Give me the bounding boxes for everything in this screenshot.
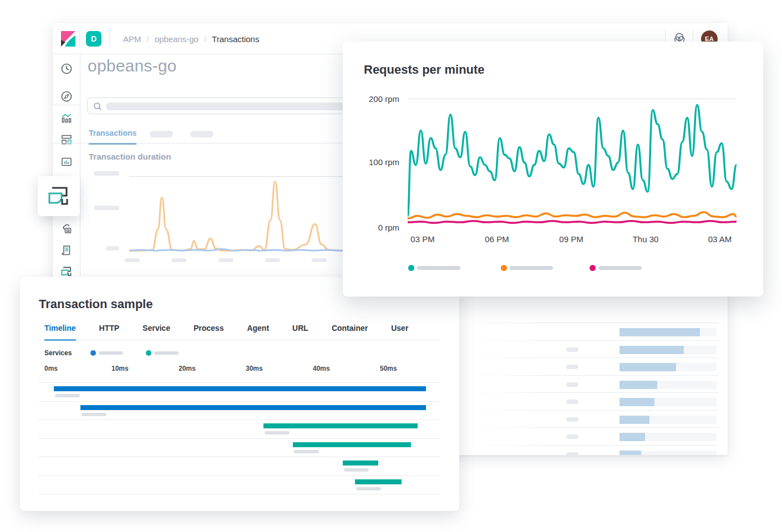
rpm-x-tick: 03 AM — [695, 234, 745, 244]
sample-tab-timeline[interactable]: Timeline — [44, 324, 76, 341]
transaction-row[interactable] — [465, 375, 719, 393]
span-bar[interactable] — [343, 461, 378, 466]
impact-bar-track — [619, 381, 717, 389]
rpm-x-tick: Thu 30 — [621, 234, 671, 244]
impact-bar-track — [619, 363, 717, 371]
sample-tab-process[interactable]: Process — [194, 324, 224, 341]
breadcrumb-separator: / — [204, 34, 206, 44]
sample-card-title: Transaction sample — [39, 297, 153, 311]
span-bar[interactable] — [263, 423, 418, 428]
impact-bar — [619, 363, 676, 371]
impact-bar — [619, 416, 649, 424]
redacted-y-label — [106, 246, 119, 250]
sample-tab-container[interactable]: Container — [332, 324, 368, 341]
canvas-icon[interactable] — [60, 155, 73, 168]
transaction-row[interactable] — [465, 357, 719, 375]
service-legend-dot — [90, 350, 96, 356]
redacted-cell — [566, 417, 578, 422]
redacted-legend-label — [510, 266, 553, 270]
redacted-x-label — [265, 258, 280, 262]
waterfall-row — [39, 401, 440, 420]
tab-transactions[interactable]: Transactions — [89, 129, 136, 145]
sample-tabs-border — [39, 340, 440, 340]
breadcrumb-apm[interactable]: APM — [123, 34, 141, 44]
impact-bar-track — [619, 328, 717, 336]
impact-bar — [619, 433, 645, 441]
sample-tab-url[interactable]: URL — [292, 324, 308, 341]
nav-divider — [109, 30, 110, 48]
redacted-y-label — [94, 206, 119, 210]
rpm-y-tick: 100 rpm — [353, 157, 399, 167]
rpm-line-chart — [408, 99, 737, 228]
waterfall-row — [39, 457, 440, 475]
rpm-x-tick: 09 PM — [546, 234, 596, 244]
logs-scroll-icon[interactable] — [60, 243, 73, 257]
waterfall-row — [39, 420, 440, 438]
span-bar[interactable] — [54, 386, 426, 391]
redacted-x-label — [125, 258, 140, 262]
apm-large-icon — [46, 183, 72, 209]
sample-tab-service[interactable]: Service — [143, 324, 170, 341]
sample-tab-agent[interactable]: Agent — [247, 324, 269, 341]
space-badge[interactable]: D — [86, 31, 101, 47]
redacted-tab[interactable] — [190, 131, 214, 137]
visualize-chart-icon[interactable] — [60, 111, 73, 125]
legend-dot — [501, 265, 507, 271]
rpm-x-tick: 03 PM — [398, 234, 448, 244]
transaction-row[interactable] — [465, 445, 719, 456]
impact-bar-track — [619, 346, 717, 354]
rpm-y-tick: 200 rpm — [353, 94, 399, 104]
breadcrumb-current-page: Transactions — [212, 34, 259, 44]
duration-chart-title: Transaction duration — [89, 152, 171, 161]
legend-dot — [408, 265, 414, 271]
span-bar[interactable] — [80, 405, 426, 410]
kibana-logo[interactable] — [59, 30, 76, 47]
breadcrumb-service[interactable]: opbeans-go — [155, 34, 199, 44]
breadcrumb-separator: / — [147, 34, 149, 44]
redacted-tab[interactable] — [150, 131, 173, 137]
transaction-row[interactable] — [465, 323, 719, 340]
span-bar[interactable] — [355, 479, 402, 484]
transaction-row[interactable] — [465, 427, 719, 445]
transaction-row[interactable] — [465, 392, 719, 410]
impact-bar — [619, 381, 657, 389]
redacted-service-name — [154, 351, 179, 355]
sample-tab-http[interactable]: HTTP — [99, 324, 120, 341]
time-tick-label: 50ms — [380, 365, 397, 372]
legend-dot — [590, 265, 596, 271]
redacted-cell — [566, 365, 578, 369]
redacted-span-label — [265, 431, 290, 434]
clock-icon[interactable] — [60, 62, 73, 75]
transaction-row[interactable] — [465, 340, 719, 358]
uptime-cloud-icon[interactable] — [60, 222, 73, 236]
redacted-span-label — [356, 487, 381, 490]
sample-tab-user[interactable]: User — [391, 324, 408, 341]
apm-icon-flyout[interactable] — [38, 176, 80, 216]
sidebar-divider — [53, 105, 80, 105]
services-label: Services — [44, 349, 72, 357]
redacted-x-label — [171, 258, 186, 262]
time-tick-label: 20ms — [179, 365, 196, 372]
rpm-chart-title: Requests per minute — [364, 63, 485, 77]
redacted-cell — [566, 382, 578, 387]
impact-bar-track — [619, 433, 717, 441]
redacted-cell — [566, 434, 578, 439]
time-tick-label: 30ms — [246, 365, 263, 372]
apm-icon[interactable] — [60, 265, 73, 278]
time-tick-label: 10ms — [111, 365, 129, 372]
redacted-span-label — [55, 394, 80, 397]
breadcrumb: APM / opbeans-go / Transactions — [123, 23, 259, 54]
impact-bar — [619, 398, 654, 406]
span-bar[interactable] — [293, 442, 411, 447]
redacted-cell — [566, 347, 578, 352]
redacted-x-label — [219, 258, 233, 262]
rpm-y-tick: 0 rpm — [353, 223, 399, 232]
waterfall-row — [39, 438, 440, 457]
search-icon — [93, 101, 103, 111]
transaction-row[interactable] — [465, 410, 719, 428]
page-title: opbeans-go — [88, 57, 176, 75]
impact-bar — [619, 328, 700, 336]
compass-discover-icon[interactable] — [60, 90, 73, 103]
transactions-impact-table — [465, 278, 723, 456]
service-legend-dot — [146, 350, 151, 356]
